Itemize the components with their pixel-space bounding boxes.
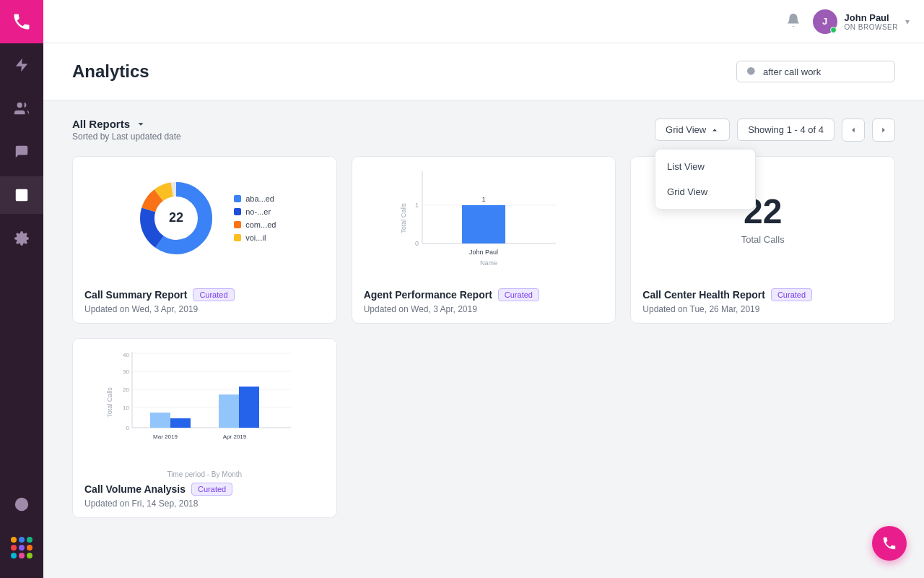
sidebar-item-settings[interactable]: [0, 220, 43, 257]
reports-left: All Reports Sorted by Last updated date: [72, 118, 181, 142]
svg-text:40: 40: [123, 352, 129, 358]
svg-text:Apr 2019: Apr 2019: [223, 434, 247, 440]
chevron-left-icon: [848, 125, 858, 135]
view-dropdown: List View Grid View: [655, 149, 756, 210]
page-title: Analytics: [72, 61, 149, 82]
svg-text:Total Calls: Total Calls: [400, 203, 407, 233]
sort-label: Sorted by Last updated date: [72, 131, 181, 142]
chevron-right-icon: [879, 125, 889, 135]
reports-section: All Reports Sorted by Last updated date …: [43, 100, 924, 535]
card-date-health: Updated on Tue, 26 Mar, 2019: [642, 304, 883, 314]
svg-point-3: [747, 67, 755, 75]
search-icon: [746, 66, 757, 77]
avatar: J: [813, 9, 837, 34]
svg-text:0: 0: [415, 240, 419, 247]
svg-text:20: 20: [123, 387, 129, 393]
user-name: John Paul: [845, 12, 898, 23]
report-card-agent-performance[interactable]: Total Calls 0 1 John Paul: [352, 156, 616, 324]
reports-controls: All Reports Sorted by Last updated date …: [72, 118, 895, 142]
card-info-call-center-health: Call Center Health Report Curated Update…: [631, 280, 894, 323]
view-toggle-button[interactable]: Grid View: [655, 118, 730, 141]
svg-text:30: 30: [123, 368, 129, 375]
filter-label: All Reports: [72, 118, 130, 130]
card-info-agent-performance: Agent Performance Report Curated Updated…: [352, 280, 616, 323]
svg-text:22: 22: [169, 210, 183, 225]
phone-icon: [881, 535, 897, 551]
svg-text:10: 10: [123, 405, 129, 411]
card-title-agent-performance: Agent Performance Report: [364, 289, 492, 301]
svg-rect-34: [170, 418, 191, 428]
sidebar-item-lightning[interactable]: [0, 46, 43, 84]
report-card-call-volume[interactable]: Total Calls 0 10 20 30 40: [72, 338, 337, 518]
pagination-info: Showing 1 - 4 of 4: [737, 118, 834, 141]
card-info-call-summary: Call Summary Report Curated Updated on W…: [73, 280, 336, 323]
health-label: Total Calls: [741, 234, 785, 245]
card-title-call-volume: Call Volume Analysis: [84, 483, 186, 495]
phone-fab-button[interactable]: [872, 526, 907, 561]
sidebar-item-grid[interactable]: [0, 529, 43, 566]
sidebar-item-chat[interactable]: [0, 133, 43, 171]
notification-bell[interactable]: [785, 12, 801, 31]
view-label: Grid View: [666, 124, 706, 135]
chevron-down-icon: ▾: [905, 17, 910, 27]
reports-right: Grid View List View Grid View Showing 1 …: [655, 118, 895, 142]
report-card-call-summary[interactable]: 22 aba...ed no-...er com...ed voi...il: [72, 156, 337, 324]
content-area: Analytics All Reports Sorted by Last upd…: [43, 43, 924, 578]
card-title-health: Call Center Health Report: [642, 289, 765, 301]
reports-grid: 22 aba...ed no-...er com...ed voi...il: [72, 156, 895, 518]
svg-rect-36: [239, 387, 259, 428]
topbar: J John Paul ON BROWSER ▾: [43, 0, 924, 43]
sidebar-item-analytics[interactable]: [0, 176, 43, 214]
svg-text:1: 1: [415, 202, 419, 209]
svg-line-4: [754, 74, 756, 76]
sidebar-item-help[interactable]: [0, 486, 43, 523]
svg-text:Name: Name: [480, 259, 497, 267]
all-reports-filter[interactable]: All Reports: [72, 118, 181, 130]
svg-text:John Paul: John Paul: [469, 249, 498, 256]
card-info-call-volume: Time period - By Month Call Volume Analy…: [73, 462, 336, 517]
svg-rect-35: [219, 394, 239, 428]
svg-text:Mar 2019: Mar 2019: [153, 434, 178, 440]
chart-call-summary: 22 aba...ed no-...er com...ed voi...il: [73, 157, 336, 280]
user-status: ON BROWSER: [845, 23, 898, 31]
search-box[interactable]: [736, 61, 895, 82]
filter-chevron-icon: [136, 119, 146, 129]
curated-badge-2: Curated: [498, 288, 539, 301]
donut-legend: aba...ed no-...er com...ed voi...il: [234, 194, 276, 242]
curated-badge-4: Curated: [191, 483, 232, 496]
chart-agent-performance: Total Calls 0 1 John Paul: [352, 157, 616, 280]
sidebar-bottom: [0, 483, 43, 578]
card-date-agent-performance: Updated on Wed, 3 Apr, 2019: [364, 304, 604, 314]
chart-x-label: Time period - By Month: [84, 470, 325, 478]
pagination-prev[interactable]: [842, 118, 865, 142]
svg-rect-17: [462, 205, 505, 243]
user-menu[interactable]: J John Paul ON BROWSER ▾: [813, 9, 910, 34]
card-title-call-summary: Call Summary Report: [84, 289, 187, 301]
svg-text:0: 0: [126, 425, 130, 431]
online-status-dot: [830, 27, 837, 33]
card-date-call-summary: Updated on Wed, 3 Apr, 2019: [84, 304, 325, 314]
main-area: J John Paul ON BROWSER ▾ Analytics: [43, 0, 924, 578]
svg-rect-33: [150, 413, 170, 428]
svg-text:Total Calls: Total Calls: [106, 387, 113, 417]
search-input[interactable]: [763, 66, 886, 77]
pagination-next[interactable]: [872, 118, 895, 142]
dropdown-grid-view[interactable]: Grid View: [655, 179, 755, 204]
svg-rect-0: [16, 189, 28, 202]
curated-badge: Curated: [193, 288, 234, 301]
chart-call-volume: Total Calls 0 10 20 30 40: [73, 339, 336, 462]
curated-badge-3: Curated: [771, 288, 812, 301]
sidebar-item-users[interactable]: [0, 90, 43, 127]
svg-text:1: 1: [481, 196, 485, 203]
card-date-call-volume: Updated on Fri, 14 Sep, 2018: [84, 499, 325, 509]
user-info: John Paul ON BROWSER: [845, 12, 898, 31]
sidebar: [0, 0, 43, 578]
sidebar-logo[interactable]: [0, 0, 43, 43]
dropdown-list-view[interactable]: List View: [655, 154, 755, 179]
analytics-header: Analytics: [43, 43, 924, 100]
chevron-up-icon: [710, 126, 719, 134]
